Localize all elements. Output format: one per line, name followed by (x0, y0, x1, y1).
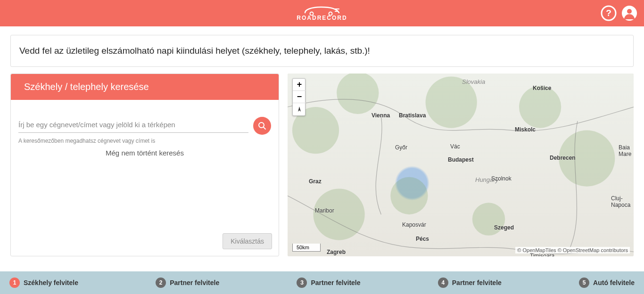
city-label: Győr (395, 144, 407, 151)
zoom-in-button[interactable]: + (293, 79, 306, 91)
city-label: Budapest (448, 156, 474, 163)
country-label: Slovakia (462, 78, 485, 85)
step-number: 3 (297, 278, 307, 288)
map-controls: + − (292, 78, 305, 116)
search-icon (258, 122, 266, 130)
city-label: Zagreb (327, 249, 346, 255)
step-number: 5 (579, 278, 589, 288)
brand-text: ROADRECORD (297, 15, 347, 21)
step-item[interactable]: 4Partner felvitele (438, 278, 502, 288)
help-icon: ? (601, 5, 617, 21)
step-item[interactable]: 3Partner felvitele (297, 278, 360, 288)
instruction-bar: Vedd fel az üzletileg elszámolható napi … (10, 35, 634, 67)
city-label: Szeged (494, 224, 514, 231)
step-label: Székhely felvitele (24, 279, 78, 286)
map-attribution: © OpenMapTiles © OpenStreetMap contribut… (515, 247, 630, 253)
step-number: 4 (438, 278, 448, 288)
account-button[interactable] (621, 5, 637, 21)
app-header: ROADRECORD ? (0, 0, 644, 26)
map-scale: 50km (292, 244, 321, 252)
main-content: Vedd fel az üzletileg elszámolható napi … (0, 26, 644, 256)
step-item[interactable]: 2Partner felvitele (156, 278, 219, 288)
city-label: Bratislava (399, 112, 426, 119)
city-label: Maribor (315, 207, 334, 214)
step-label: Partner felvitele (311, 279, 360, 286)
city-label: Kaposvár (402, 221, 426, 228)
svg-point-13 (390, 177, 428, 214)
map-container[interactable]: SlovakiaHungaryViennaBratislavaGyőrVácBu… (288, 74, 634, 256)
city-label: Graz (309, 178, 322, 185)
city-label: Cluj-Napoca (611, 195, 634, 208)
car-icon (302, 5, 342, 16)
city-label: Pécs (416, 236, 429, 242)
step-item[interactable]: 1Székhely felvitele (9, 278, 78, 288)
location-search-input[interactable] (18, 119, 248, 131)
brand-logo: ROADRECORD (297, 5, 347, 21)
reset-bearing-button[interactable] (293, 103, 306, 115)
compass-icon (296, 106, 303, 113)
select-button[interactable]: Kiválasztás (223, 233, 272, 249)
svg-text:?: ? (606, 8, 611, 18)
no-search-message: Még nem történt keresés (18, 149, 271, 157)
city-label: Miskolc (515, 126, 536, 133)
svg-line-7 (264, 127, 265, 129)
svg-point-11 (519, 86, 561, 128)
instruction-text: Vedd fel az üzletileg elszámolható napi … (19, 46, 370, 56)
step-item[interactable]: 5Autó felvitele (579, 278, 635, 288)
step-number: 2 (156, 278, 166, 288)
search-panel-title: Székhely / telephely keresése (11, 74, 279, 100)
svg-point-5 (627, 9, 632, 14)
step-bar: 1Székhely felvitele2Partner felvitele3Pa… (0, 271, 644, 294)
city-label: Szolnok (491, 175, 512, 182)
city-label: Košice (533, 85, 551, 91)
search-panel: Székhely / telephely keresése A keresőme… (10, 74, 279, 256)
search-help-text: A keresőmezőben megadhatsz cégnevet vagy… (18, 138, 271, 144)
svg-point-9 (337, 74, 379, 114)
city-label: Debrecen (550, 155, 576, 161)
step-label: Partner felvitele (452, 279, 502, 286)
map-overlay-svg (288, 74, 634, 256)
svg-marker-16 (298, 106, 301, 112)
step-label: Partner felvitele (170, 279, 219, 286)
help-button[interactable]: ? (601, 5, 617, 21)
user-icon (621, 5, 637, 21)
city-label: Baia Mare (619, 144, 634, 157)
zoom-out-button[interactable]: − (293, 91, 306, 103)
step-label: Autó felvitele (593, 279, 635, 286)
search-button[interactable] (253, 117, 271, 135)
city-label: Vác (450, 143, 460, 150)
step-number: 1 (9, 278, 20, 288)
city-label: Vienna (372, 112, 390, 119)
